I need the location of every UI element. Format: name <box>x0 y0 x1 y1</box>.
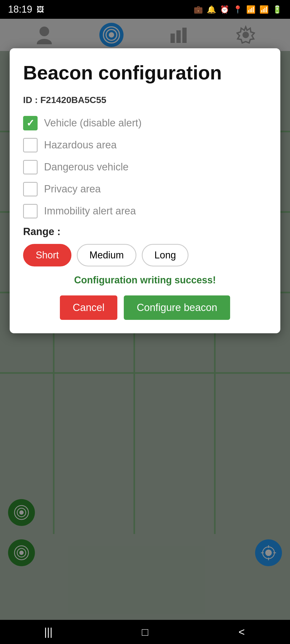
beacon-config-modal: Beacon configuration ID : F21420BA5C55 ✓… <box>10 48 280 333</box>
checkmark-vehicle: ✓ <box>26 118 34 128</box>
nav-home[interactable]: □ <box>134 621 156 643</box>
checkbox-row-immobility[interactable]: Immobility alert area <box>23 204 267 218</box>
range-label: Range : <box>23 226 267 237</box>
modal-title: Beacon configuration <box>23 62 267 84</box>
nav-recent-apps[interactable]: ||| <box>38 621 59 643</box>
bell-icon: 🔔 <box>207 5 216 14</box>
checkbox-row-dangerous-vehicle[interactable]: Dangerous vehicle <box>23 160 267 174</box>
checkbox-label-hazardous: Hazardous area <box>44 139 117 151</box>
checkbox-dangerous-vehicle[interactable] <box>23 160 38 174</box>
bag-icon: 💼 <box>194 5 203 14</box>
checkbox-label-privacy: Privacy area <box>44 183 101 195</box>
checkbox-row-vehicle[interactable]: ✓ Vehicle (disable alert) <box>23 116 267 130</box>
checkbox-label-dangerous-vehicle: Dangerous vehicle <box>44 161 129 173</box>
bottom-nav: ||| □ < <box>0 620 290 644</box>
checkbox-row-hazardous[interactable]: Hazardous area <box>23 138 267 152</box>
checkbox-row-privacy[interactable]: Privacy area <box>23 182 267 196</box>
checkbox-privacy[interactable] <box>23 182 38 196</box>
configure-button[interactable]: Configure beacon <box>124 295 230 320</box>
range-btn-short[interactable]: Short <box>23 244 71 266</box>
status-bar: 18:19 🖼 💼 🔔 ⏰ 📍 📶 📶 🔋 <box>0 0 290 19</box>
id-label: ID : <box>23 95 38 105</box>
range-buttons: Short Medium Long <box>23 244 267 266</box>
signal-icon: 📶 <box>259 5 269 14</box>
checkbox-hazardous[interactable] <box>23 138 38 152</box>
checkbox-label-immobility: Immobility alert area <box>44 205 136 217</box>
checkbox-vehicle[interactable]: ✓ <box>23 116 38 130</box>
status-bar-right: 💼 🔔 ⏰ 📍 📶 📶 🔋 <box>194 5 282 14</box>
cancel-button[interactable]: Cancel <box>60 295 117 320</box>
checkbox-label-vehicle: Vehicle (disable alert) <box>44 117 142 129</box>
photo-icon: 🖼 <box>37 5 44 14</box>
action-buttons: Cancel Configure beacon <box>23 295 267 320</box>
wifi-icon: 📶 <box>246 5 256 14</box>
range-btn-medium[interactable]: Medium <box>77 244 136 266</box>
modal-id: ID : F21420BA5C55 <box>23 95 267 105</box>
range-btn-long[interactable]: Long <box>142 244 189 266</box>
id-value: F21420BA5C55 <box>40 95 106 105</box>
battery-icon: 🔋 <box>273 5 282 14</box>
status-bar-left: 18:19 🖼 <box>8 4 44 15</box>
alarm-icon: ⏰ <box>220 5 229 14</box>
status-time: 18:19 <box>8 4 32 15</box>
success-message: Configuration writing success! <box>23 275 267 286</box>
nav-back[interactable]: < <box>231 621 252 643</box>
checkbox-immobility[interactable] <box>23 204 38 218</box>
location-icon: 📍 <box>233 5 242 14</box>
